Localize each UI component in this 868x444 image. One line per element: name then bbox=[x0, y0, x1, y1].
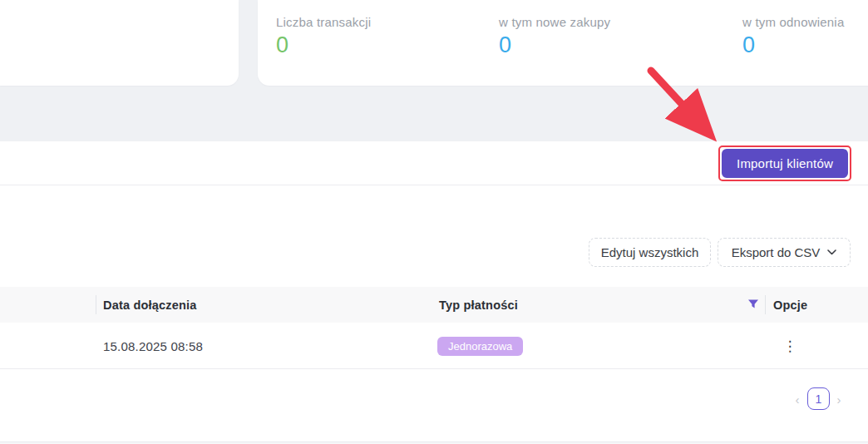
chevron-down-icon bbox=[827, 249, 836, 255]
column-separator bbox=[96, 295, 96, 314]
pagination-current-page[interactable]: 1 bbox=[807, 387, 830, 410]
table-row[interactable]: 15.08.2025 08:58 Jednorazowa ⋮ bbox=[0, 323, 868, 369]
stat-label: w tym odnowienia bbox=[742, 15, 844, 29]
pagination-next-icon[interactable]: › bbox=[831, 392, 846, 408]
left-summary-card bbox=[0, 0, 239, 86]
stat-value: 0 bbox=[742, 34, 844, 57]
annotation-highlight-box: Importuj klientów bbox=[718, 146, 851, 181]
stat-renewals: w tym odnowienia 0 bbox=[742, 15, 844, 57]
stat-value: 0 bbox=[276, 34, 371, 57]
filter-funnel-icon bbox=[747, 298, 759, 310]
column-header-payment-type[interactable]: Typ płatności bbox=[439, 287, 518, 323]
export-csv-label: Eksport do CSV bbox=[732, 245, 821, 259]
column-header-options: Opcje bbox=[773, 287, 807, 323]
pagination-prev-icon[interactable]: ‹ bbox=[790, 392, 805, 408]
clients-page: Liczba transakcji 0 w tym nowe zakupy 0 … bbox=[0, 0, 868, 444]
edit-all-label: Edytuj wszystkich bbox=[601, 245, 699, 259]
stat-label: Liczba transakcji bbox=[276, 15, 371, 29]
transactions-stats-card: Liczba transakcji 0 w tym nowe zakupy 0 … bbox=[258, 0, 868, 86]
join-date-cell: 15.08.2025 08:58 bbox=[103, 323, 203, 369]
row-options-menu-button[interactable]: ⋮ bbox=[780, 333, 800, 359]
import-clients-button[interactable]: Importuj klientów bbox=[722, 149, 848, 178]
column-separator bbox=[765, 295, 766, 314]
payment-type-badge: Jednorazowa bbox=[437, 337, 523, 356]
edit-all-button[interactable]: Edytuj wszystkich bbox=[589, 238, 711, 267]
column-header-join-date[interactable]: Data dołączenia bbox=[103, 287, 197, 323]
stat-label: w tym nowe zakupy bbox=[499, 15, 610, 29]
stat-transactions-count: Liczba transakcji 0 bbox=[276, 15, 371, 57]
export-csv-button[interactable]: Eksport do CSV bbox=[718, 238, 851, 267]
table-header: Data dołączenia Typ płatności Opcje bbox=[0, 287, 868, 323]
stat-new-purchases: w tym nowe zakupy 0 bbox=[499, 15, 610, 57]
payment-type-filter-button[interactable] bbox=[747, 298, 760, 312]
stat-value: 0 bbox=[499, 34, 610, 57]
